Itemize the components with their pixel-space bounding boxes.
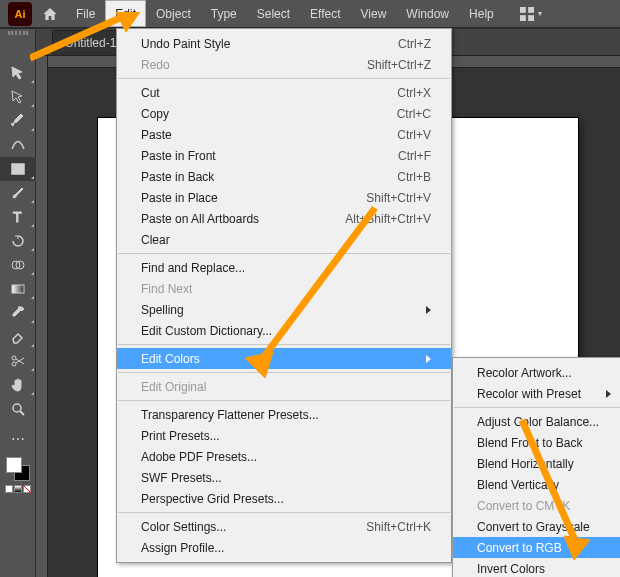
svg-rect-4 bbox=[12, 164, 24, 174]
edit-menu-item[interactable]: Transparency Flattener Presets... bbox=[117, 404, 451, 425]
menu-item-label: Color Settings... bbox=[141, 520, 226, 534]
color-none-icon[interactable] bbox=[23, 485, 31, 493]
menu-item-label: Edit Colors bbox=[141, 352, 200, 366]
menu-object[interactable]: Object bbox=[146, 0, 201, 27]
edit-menu-item[interactable]: PasteCtrl+V bbox=[117, 124, 451, 145]
submenu-arrow-icon bbox=[426, 355, 431, 363]
menu-view[interactable]: View bbox=[351, 0, 397, 27]
tool-zoom[interactable] bbox=[0, 397, 36, 421]
menu-item-shortcut: Ctrl+B bbox=[373, 170, 431, 184]
svg-rect-3 bbox=[528, 15, 534, 21]
menu-item-shortcut: Shift+Ctrl+V bbox=[342, 191, 431, 205]
edit-menu-item[interactable]: Paste on All ArtboardsAlt+Shift+Ctrl+V bbox=[117, 208, 451, 229]
edit-colors-item[interactable]: Recolor Artwork... bbox=[453, 362, 620, 383]
edit-menu-item[interactable]: Spelling bbox=[117, 299, 451, 320]
edit-menu-item[interactable]: CutCtrl+X bbox=[117, 82, 451, 103]
tool-eyedropper[interactable] bbox=[0, 301, 36, 325]
edit-menu-separator bbox=[118, 344, 450, 345]
edit-menu-item[interactable]: Find and Replace... bbox=[117, 257, 451, 278]
menu-type[interactable]: Type bbox=[201, 0, 247, 27]
edit-menu-item[interactable]: Paste in FrontCtrl+F bbox=[117, 145, 451, 166]
edit-menu-item: RedoShift+Ctrl+Z bbox=[117, 54, 451, 75]
svg-rect-1 bbox=[528, 7, 534, 13]
edit-colors-item[interactable]: Blend Front to Back bbox=[453, 432, 620, 453]
edit-menu-item[interactable]: Print Presets... bbox=[117, 425, 451, 446]
edit-menu-item[interactable]: Edit Colors bbox=[117, 348, 451, 369]
menu-select[interactable]: Select bbox=[247, 0, 300, 27]
fill-stroke-swatch[interactable] bbox=[6, 457, 30, 481]
menu-item-label: Convert to Grayscale bbox=[477, 520, 590, 534]
edit-colors-item[interactable]: Blend Vertically bbox=[453, 474, 620, 495]
workspace-switcher[interactable]: ▾ bbox=[520, 7, 542, 21]
tool-pen[interactable] bbox=[0, 109, 36, 133]
edit-menu-item[interactable]: Assign Profile... bbox=[117, 537, 451, 558]
menu-file[interactable]: File bbox=[66, 0, 105, 27]
color-gradient-icon[interactable] bbox=[14, 485, 22, 493]
edit-menu-separator bbox=[118, 372, 450, 373]
menu-edit[interactable]: Edit bbox=[105, 0, 146, 27]
tool-type[interactable]: T bbox=[0, 205, 36, 229]
tool-rotate[interactable] bbox=[0, 229, 36, 253]
panel-grip[interactable] bbox=[0, 31, 35, 35]
color-mode-mini bbox=[0, 485, 35, 497]
menu-item-label: Clear bbox=[141, 233, 170, 247]
menu-item-label: Find Next bbox=[141, 282, 192, 296]
menu-item-label: Convert to RGB bbox=[477, 541, 562, 555]
menu-item-label: Blend Horizontally bbox=[477, 457, 574, 471]
edit-colors-item[interactable]: Blend Horizontally bbox=[453, 453, 620, 474]
edit-dropdown: Undo Paint StyleCtrl+ZRedoShift+Ctrl+ZCu… bbox=[116, 28, 452, 563]
svg-point-9 bbox=[12, 356, 16, 360]
edit-menu-separator bbox=[118, 253, 450, 254]
tool-paintbrush[interactable] bbox=[0, 181, 36, 205]
menu-item-label: Perspective Grid Presets... bbox=[141, 492, 284, 506]
menu-item-shortcut: Shift+Ctrl+Z bbox=[343, 58, 431, 72]
edit-menu-item[interactable]: Color Settings...Shift+Ctrl+K bbox=[117, 516, 451, 537]
home-icon[interactable] bbox=[38, 6, 66, 22]
edit-menu-separator bbox=[118, 512, 450, 513]
menu-item-label: Blend Front to Back bbox=[477, 436, 582, 450]
edit-colors-item[interactable]: Convert to RGB bbox=[453, 537, 620, 558]
fill-color[interactable] bbox=[6, 457, 22, 473]
edit-colors-item[interactable]: Convert to Grayscale bbox=[453, 516, 620, 537]
edit-menu-item[interactable]: Adobe PDF Presets... bbox=[117, 446, 451, 467]
tool-more[interactable]: ⋯ bbox=[0, 427, 36, 451]
color-solid-icon[interactable] bbox=[5, 485, 13, 493]
tool-direct-selection[interactable] bbox=[0, 85, 36, 109]
edit-menu-item[interactable]: Undo Paint StyleCtrl+Z bbox=[117, 33, 451, 54]
menu-item-shortcut: Shift+Ctrl+K bbox=[342, 520, 431, 534]
edit-menu-item[interactable]: CopyCtrl+C bbox=[117, 103, 451, 124]
edit-menu-item[interactable]: Paste in BackCtrl+B bbox=[117, 166, 451, 187]
tools-panel: T ⋯ bbox=[0, 28, 36, 577]
tool-scissors[interactable] bbox=[0, 349, 36, 373]
edit-colors-separator bbox=[454, 407, 620, 408]
edit-colors-item: Convert to CMYK bbox=[453, 495, 620, 516]
edit-menu-item[interactable]: Paste in PlaceShift+Ctrl+V bbox=[117, 187, 451, 208]
menu-item-label: SWF Presets... bbox=[141, 471, 222, 485]
tool-gradient[interactable] bbox=[0, 277, 36, 301]
menu-item-shortcut: Ctrl+C bbox=[373, 107, 431, 121]
menu-effect[interactable]: Effect bbox=[300, 0, 350, 27]
tool-rectangle[interactable] bbox=[0, 157, 36, 181]
menu-item-label: Spelling bbox=[141, 303, 184, 317]
tool-eraser[interactable] bbox=[0, 325, 36, 349]
menu-item-label: Paste in Front bbox=[141, 149, 216, 163]
tool-curvature[interactable] bbox=[0, 133, 36, 157]
edit-menu-item[interactable]: Clear bbox=[117, 229, 451, 250]
menu-item-label: Adobe PDF Presets... bbox=[141, 450, 257, 464]
edit-colors-item[interactable]: Adjust Color Balance... bbox=[453, 411, 620, 432]
menu-item-label: Recolor with Preset bbox=[477, 387, 581, 401]
tool-selection[interactable] bbox=[0, 61, 36, 85]
app-logo-text: Ai bbox=[15, 8, 26, 20]
tool-hand[interactable] bbox=[0, 373, 36, 397]
menu-items: File Edit Object Type Select Effect View… bbox=[66, 0, 504, 27]
tool-shape-builder[interactable] bbox=[0, 253, 36, 277]
edit-colors-item[interactable]: Recolor with Preset bbox=[453, 383, 620, 404]
edit-menu-item[interactable]: Edit Custom Dictionary... bbox=[117, 320, 451, 341]
edit-menu-item[interactable]: Perspective Grid Presets... bbox=[117, 488, 451, 509]
submenu-arrow-icon bbox=[426, 306, 431, 314]
menu-item-label: Paste in Back bbox=[141, 170, 214, 184]
menu-window[interactable]: Window bbox=[396, 0, 459, 27]
edit-menu-item[interactable]: SWF Presets... bbox=[117, 467, 451, 488]
edit-colors-item[interactable]: Invert Colors bbox=[453, 558, 620, 577]
menu-help[interactable]: Help bbox=[459, 0, 504, 27]
